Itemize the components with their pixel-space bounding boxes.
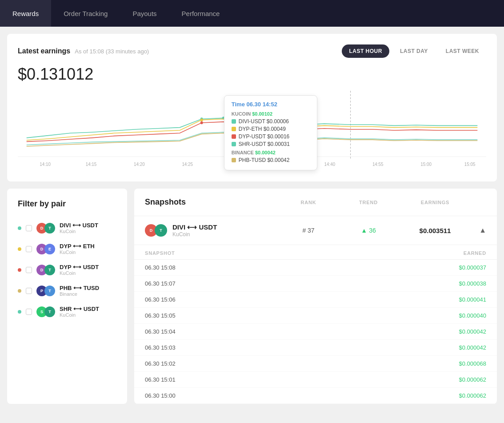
snapshot-date-0: 06.30 15:08	[145, 264, 176, 271]
snapshot-row: 06.30 15:05 $0.000040	[134, 308, 497, 324]
earnings-amount: $0.131012	[18, 65, 486, 84]
trend-arrow-up: ▲	[361, 227, 367, 234]
pair-name-dyp-eth: DYP ⟷ ETH	[60, 243, 116, 250]
btn-last-hour[interactable]: LAST HOUR	[342, 44, 389, 58]
nav-tab-payouts[interactable]: Payouts	[120, 0, 169, 27]
phb-tusd-label: PHB-TUSD $0.00042	[239, 157, 290, 163]
navigation: Rewards Order Tracking Payouts Performan…	[0, 0, 504, 27]
active-pair-row[interactable]: D T DIVI ⟷ USDT KuCoin # 37 ▲ 36 $0.0035…	[134, 216, 497, 245]
tooltip-row-divi: DIVI-USDT $0.00006	[232, 118, 310, 125]
snapshot-earned-8: $0.000062	[459, 392, 486, 399]
snapshot-row: 06.30 15:00 $0.000062	[134, 388, 497, 404]
pair-exchange-dyp-usdt: KuCoin	[60, 270, 116, 276]
svg-text:14:55: 14:55	[372, 162, 384, 167]
pair-info-dyp-eth: DYP ⟷ ETH KuCoin	[60, 243, 116, 255]
snapshot-earned-4: $0.000042	[459, 328, 486, 335]
snapshot-row: 06.30 15:03 $0.000042	[134, 340, 497, 356]
earnings-card: Latest earnings As of 15:08 (33 minutes …	[7, 34, 497, 181]
col-header-rank: RANK	[282, 200, 335, 205]
phb-tusd-dot	[232, 158, 236, 162]
pair-dot-shr	[18, 310, 21, 314]
pair-checkbox-phb[interactable]	[26, 288, 32, 294]
active-pair-exchange: KuCoin	[172, 231, 282, 238]
tooltip-row-phb: PHB-TUSD $0.00042	[232, 157, 310, 163]
chart-area: 14:10 14:15 14:20 14:25 14:30 14:35 14:4…	[18, 91, 486, 171]
earnings-header: Latest earnings As of 15:08 (33 minutes …	[18, 44, 486, 58]
active-icon-2: T	[155, 224, 167, 237]
pair-name-phb: PHB ⟷ TUSD	[60, 285, 116, 291]
shr-usdt-dot	[232, 142, 236, 146]
svg-text:14:40: 14:40	[324, 162, 336, 167]
pair-icons-shr: S T	[36, 306, 55, 317]
pair-checkbox-dyp-usdt[interactable]	[26, 267, 32, 273]
earned-col-label: EARNED	[464, 250, 486, 256]
pair-dot-divi	[18, 226, 21, 230]
nav-tab-performance[interactable]: Performance	[169, 0, 232, 27]
tooltip-row-shr-usdt: SHR-USDT $0.00031	[232, 141, 310, 147]
tooltip-row-dyp-eth: DYP-ETH $0.00049	[232, 126, 310, 132]
active-pair-icons: D T	[145, 224, 167, 237]
active-pair-info: DIVI ⟷ USDT KuCoin	[172, 223, 282, 238]
tooltip-binance-value: $0.00042	[255, 150, 276, 155]
snapshot-earned-5: $0.000042	[459, 344, 486, 351]
divi-usdt-dot	[232, 119, 236, 124]
btn-last-day[interactable]: LAST DAY	[393, 44, 435, 58]
pair-icon-phb-2: T	[44, 286, 55, 296]
snapshots-title: Snapshots	[145, 197, 282, 207]
snapshot-earned-2: $0.000041	[459, 296, 486, 303]
snapshot-date-1: 06.30 15:07	[145, 280, 176, 287]
pair-dot-dyp-eth	[18, 247, 21, 251]
tooltip-time-value: 06.30 14:52	[246, 101, 277, 108]
pair-icons-dyp-eth: D E	[36, 244, 55, 254]
snapshot-row: 06.30 15:08 $0.000037	[134, 260, 497, 276]
pair-checkbox-shr[interactable]	[26, 309, 32, 315]
snapshot-date-4: 06.30 15:04	[145, 328, 176, 335]
tooltip-row-dyp-usdt: DYP-USDT $0.00016	[232, 133, 310, 140]
pair-checkbox-divi[interactable]	[26, 225, 32, 231]
svg-text:14:20: 14:20	[134, 162, 145, 167]
nav-tab-rewards[interactable]: Rewards	[0, 0, 51, 27]
pair-item-divi-usdt: D T DIVI ⟷ USDT KuCoin	[18, 218, 116, 238]
snapshot-row: 06.30 15:04 $0.000042	[134, 324, 497, 340]
pair-name-dyp-usdt: DYP ⟷ USDT	[60, 264, 116, 270]
pair-item-phb-tusd: P T PHB ⟷ TUSD Binance	[18, 280, 116, 301]
bottom-section: Filter by pair D T DIVI ⟷ USDT KuCoin	[7, 189, 497, 404]
snapshot-row: 06.30 15:02 $0.000068	[134, 356, 497, 372]
earnings-subtitle: As of 15:08 (33 minutes ago)	[75, 48, 149, 55]
pair-icon-dyp-usdt-2: T	[44, 265, 55, 275]
pair-icon-dyp-eth-2: E	[44, 244, 55, 254]
snapshot-subheader: SNAPSHOT EARNED	[134, 245, 497, 260]
svg-text:15:00: 15:00	[420, 162, 432, 167]
pair-info-shr: SHR ⟷ USDT KuCoin	[60, 306, 116, 318]
pair-exchange-dyp-eth: KuCoin	[60, 250, 116, 255]
snapshot-earned-1: $0.000038	[459, 280, 486, 287]
main-content: Latest earnings As of 15:08 (33 minutes …	[0, 27, 504, 411]
pair-icon-shr-2: T	[44, 306, 55, 317]
snapshot-date-2: 06.30 15:06	[145, 296, 176, 303]
dyp-eth-dot	[232, 127, 236, 131]
btn-last-week[interactable]: LAST WEEK	[439, 44, 486, 58]
nav-tab-order-tracking[interactable]: Order Tracking	[51, 0, 120, 27]
collapse-chevron[interactable]: ▲	[468, 226, 486, 234]
pair-icons-divi: D T	[36, 223, 55, 234]
pair-item-shr-usdt: S T SHR ⟷ USDT KuCoin	[18, 301, 116, 322]
svg-text:14:10: 14:10	[40, 162, 51, 167]
svg-point-15	[200, 121, 203, 124]
dyp-usdt-label: DYP-USDT $0.00016	[239, 133, 290, 140]
active-pair-name: DIVI ⟷ USDT	[172, 223, 282, 231]
snapshot-date-7: 06.30 15:01	[145, 376, 176, 383]
snapshot-row: 06.30 15:01 $0.000062	[134, 372, 497, 388]
tooltip-time-label: Time	[232, 101, 245, 108]
snapshot-row: 06.30 15:06 $0.000041	[134, 292, 497, 308]
pair-exchange-shr: KuCoin	[60, 312, 116, 318]
snapshot-col-label: SNAPSHOT	[145, 250, 175, 256]
col-header-earnings: EARNINGS	[402, 200, 468, 205]
pair-info-phb: PHB ⟷ TUSD Binance	[60, 285, 116, 297]
tooltip-time: Time 06.30 14:52	[232, 101, 310, 108]
active-earnings: $0.003511	[402, 227, 468, 234]
snapshots-header: Snapshots RANK TREND EARNINGS	[134, 189, 497, 216]
pair-checkbox-dyp-eth[interactable]	[26, 246, 32, 252]
snapshot-date-8: 06.30 15:00	[145, 392, 176, 399]
snapshot-date-3: 06.30 15:05	[145, 312, 176, 319]
col-header-trend: TREND	[335, 200, 402, 205]
